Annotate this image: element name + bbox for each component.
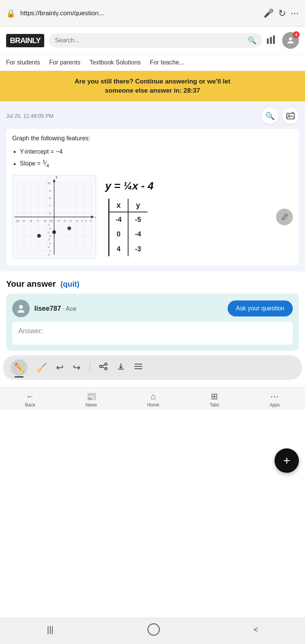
image-search-btn[interactable]	[282, 108, 299, 124]
answerer-row: lisee787 · Ace Ask your question	[12, 300, 293, 317]
drawing-toolbar: ✏️ 🧹 ↩ ↪	[3, 355, 302, 380]
svg-rect-71	[135, 364, 142, 365]
redo-btn[interactable]: ↪	[73, 362, 80, 373]
handwritten-work: y = ¼x - 4 x y -4 -5 0	[102, 175, 293, 259]
download-btn[interactable]	[117, 362, 125, 373]
nav-for-students[interactable]: For students	[6, 58, 40, 67]
quit-link[interactable]: (quit)	[60, 280, 79, 289]
svg-point-62	[52, 230, 56, 234]
answer-input-area[interactable]: Answer:	[12, 322, 293, 345]
bottom-nav-bar: ← Back 📰 News ⌂ Home ⊞ Tabs ⋯ Apps	[0, 387, 305, 410]
svg-rect-70	[118, 369, 124, 369]
news-label: News	[85, 402, 97, 408]
svg-text:-9: -9	[22, 220, 25, 222]
svg-rect-72	[135, 366, 142, 367]
svg-point-3	[289, 37, 292, 40]
svg-text:1: 1	[81, 220, 83, 222]
undo-btn[interactable]: ↩	[56, 362, 64, 373]
brainly-logo[interactable]: BRAINLY	[6, 34, 44, 47]
svg-line-68	[102, 365, 105, 366]
svg-text:-5: -5	[50, 220, 53, 222]
nav-apps[interactable]: ⋯ Apps	[270, 392, 280, 408]
your-answer-section: Your answer (quit)	[0, 271, 305, 294]
refresh-icon[interactable]: ↻	[278, 8, 286, 19]
svg-text:-3: -3	[63, 220, 66, 222]
svg-text:-1: -1	[75, 220, 78, 222]
share-btn[interactable]	[99, 362, 108, 373]
table-row-1-y: -5	[128, 212, 148, 227]
menu-icon[interactable]: ⋯	[291, 8, 299, 18]
back-label: Back	[25, 402, 35, 408]
pen-tool-btn[interactable]: ✏️	[11, 359, 27, 376]
brainly-header: BRAINLY 🔍 4	[0, 27, 305, 55]
bullet-slope: Slope = 1⁄4	[20, 157, 293, 170]
nav-menu: For students For parents Textbook Soluti…	[0, 55, 305, 71]
svg-text:8: 8	[49, 197, 51, 199]
svg-text:9: 9	[49, 189, 51, 192]
answer-placeholder: Answer:	[18, 327, 43, 335]
svg-point-61	[37, 234, 41, 238]
toolbar-divider	[90, 362, 90, 373]
svg-text:-4: -4	[57, 220, 59, 222]
more-options-btn[interactable]	[134, 362, 143, 373]
answerer-rank: Ace	[66, 305, 77, 312]
svg-text:-1: -1	[47, 223, 50, 226]
warning-text-2: someone else answer in: 28:37	[105, 87, 200, 94]
svg-point-63	[67, 226, 71, 230]
android-menu-btn[interactable]: |||	[47, 625, 53, 634]
table-row-3-x: 4	[109, 242, 128, 256]
svg-line-69	[102, 367, 105, 368]
eraser-tool-btn[interactable]: 🧹	[37, 363, 47, 373]
svg-text:-8: -8	[30, 220, 32, 222]
android-home-btn[interactable]	[148, 623, 160, 636]
nav-textbook-solutions[interactable]: Textbook Solutions	[90, 58, 141, 67]
edit-overlay-btn[interactable]	[276, 209, 293, 225]
avatar-wrapper[interactable]: 4	[282, 32, 299, 49]
svg-text:10: 10	[47, 182, 50, 185]
svg-point-67	[100, 365, 102, 368]
question-bullets: Y-intercept = −4 Slope = 1⁄4	[20, 146, 293, 170]
table-header-x: x	[109, 199, 128, 212]
stats-icon[interactable]	[267, 35, 278, 47]
svg-text:-4: -4	[47, 246, 50, 249]
answerer-info: lisee787 · Ace	[34, 305, 76, 313]
svg-text:7: 7	[49, 204, 51, 207]
search-icon[interactable]: 🔍	[248, 36, 256, 45]
tabs-icon: ⊞	[211, 392, 218, 401]
pen-active-indicator	[14, 376, 24, 377]
tabs-label: Tabs	[210, 402, 219, 408]
ask-question-button[interactable]: Ask your question	[228, 300, 293, 316]
svg-text:2: 2	[85, 220, 87, 222]
nav-home[interactable]: ⌂ Home	[147, 392, 159, 408]
svg-text:4: 4	[49, 227, 51, 230]
news-icon: 📰	[86, 392, 96, 401]
svg-marker-30	[53, 179, 56, 182]
fab-button[interactable]: +	[274, 448, 299, 473]
android-nav-bar: ||| <	[0, 618, 305, 641]
bullet-y-intercept: Y-intercept = −4	[20, 146, 293, 157]
graph-container: x y 10 9 8 7 6 5 4 3 2 1 -1	[12, 175, 96, 259]
nav-for-teachers[interactable]: For teache...	[150, 58, 184, 67]
your-answer-label: Your answer	[6, 279, 56, 289]
svg-text:-5: -5	[47, 254, 50, 256]
svg-text:3: 3	[49, 234, 51, 237]
warning-text-1: Are you still there? Continue answering …	[75, 78, 230, 85]
fab-icon: +	[283, 454, 291, 468]
question-area: Jul 20, 11:49:05 PM 🔍 Graph the followin…	[0, 101, 305, 271]
nav-back[interactable]: ← Back	[25, 392, 35, 408]
nav-tabs[interactable]: ⊞ Tabs	[210, 392, 219, 408]
question-timestamp: Jul 20, 11:49:05 PM	[6, 113, 54, 119]
mic-icon[interactable]: 🎤	[263, 8, 274, 18]
search-bar[interactable]: 🔍	[49, 33, 262, 48]
table-row-1-x: -4	[109, 212, 128, 227]
svg-text:6: 6	[49, 212, 51, 215]
nav-news[interactable]: 📰 News	[85, 392, 97, 408]
svg-point-66	[105, 368, 107, 370]
search-input[interactable]	[55, 37, 245, 44]
search-question-btn[interactable]: 🔍	[262, 108, 278, 124]
svg-rect-1	[270, 37, 272, 44]
nav-for-parents[interactable]: For parents	[49, 58, 80, 67]
svg-text:-10: -10	[15, 220, 19, 222]
question-text: Graph the following features:	[12, 135, 293, 142]
android-back-btn[interactable]: <	[254, 625, 258, 634]
